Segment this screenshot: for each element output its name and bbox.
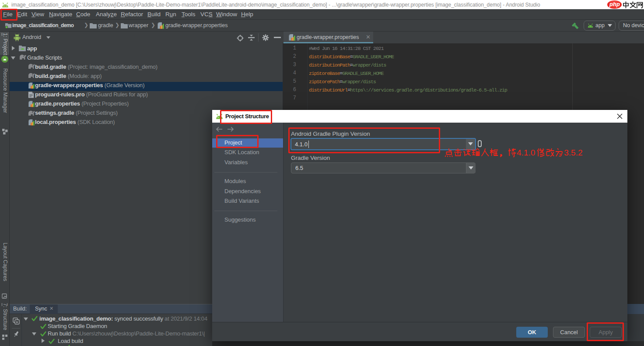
svg-text:4.1.0: 4.1.0 (517, 148, 536, 157)
svg-text:3.5.2: 3.5.2 (564, 148, 583, 157)
